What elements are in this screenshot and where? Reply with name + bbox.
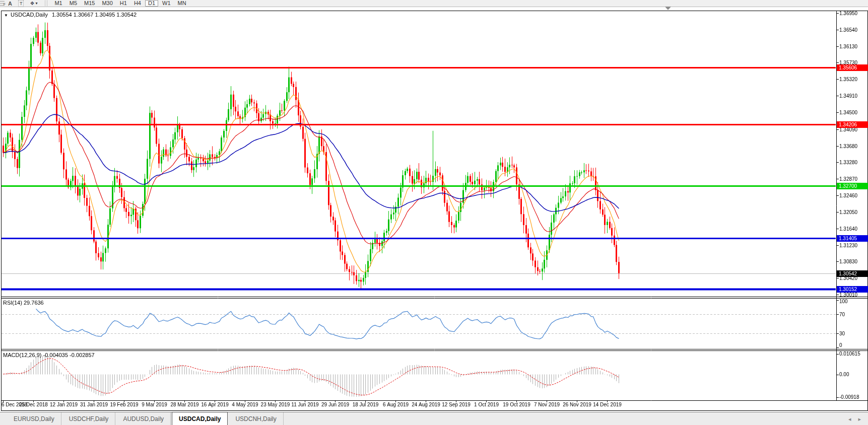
mt4-window: F A T ❖ ▾ M1 M5 M15 M30 H1 H4 D1 W1 MN ▼… [0,0,868,425]
tab-eurusd-daily[interactable]: EURUSD,Daily [7,412,61,425]
tab-audusd-daily[interactable]: AUDUSD,Daily [116,412,171,425]
top-toolbar: F A T ❖ ▾ M1 M5 M15 M30 H1 H4 D1 W1 MN [0,0,868,7]
text-tool-button[interactable]: A [5,1,15,7]
macd-indicator-label: MACD(12,26,9) -0.004035 -0.002857 [3,352,95,358]
arrows-tool-button[interactable]: ❖ ▾ [27,1,40,7]
tab-usdcad-daily[interactable]: USDCAD,Daily [172,412,228,425]
chart-ohlc-values: 1.30554 1.30667 1.30495 1.30542 [52,12,137,18]
text-label-icon: T [18,0,24,7]
symbol-dropdown-icon[interactable]: ▼ [4,13,8,18]
timeframe-d1-button[interactable]: D1 [145,0,158,7]
fibonacci-label: F [4,2,6,8]
rsi-value: 29.7636 [24,300,44,306]
tab-scroll-left-icon[interactable]: ◂ [848,416,851,422]
chart-symbol-label: USDCAD,Daily [11,12,48,18]
text-label-tool-button[interactable]: T [15,1,27,7]
timeframe-m5-button[interactable]: M5 [66,0,80,7]
timeframe-m1-button[interactable]: M1 [51,0,65,7]
fibonacci-tool-button[interactable]: F [0,1,5,7]
tab-usdcnh-daily[interactable]: USDCNH,Daily [229,412,283,425]
tab-scroll-right-icon[interactable]: ▸ [858,416,861,422]
macd-name: MACD(12,26,9) [3,352,41,358]
chart-shift-marker-icon[interactable] [665,7,671,10]
chart-title: ▼USDCAD,Daily1.30554 1.30667 1.30495 1.3… [4,12,137,18]
caret-down-icon: ▾ [35,1,37,7]
tab-scroll-controls: ◂ ▸ [848,412,861,425]
timeframe-h1-button[interactable]: H1 [117,0,130,7]
toolbar-grip[interactable] [45,1,47,6]
macd-signal-value: -0.002857 [70,352,95,358]
arrows-icon: ❖ [30,1,34,7]
tab-usdchf-daily[interactable]: USDCHF,Daily [62,412,116,425]
timeframe-mn-button[interactable]: MN [175,0,189,7]
timeframe-m15-button[interactable]: M15 [81,0,98,7]
chart-canvas[interactable] [0,7,868,412]
rsi-name: RSI(14) [3,300,22,306]
timeframe-m30-button[interactable]: M30 [99,0,115,7]
timeframe-w1-button[interactable]: W1 [159,0,174,7]
rsi-indicator-label: RSI(14) 29.7636 [3,300,44,306]
timeframe-h4-button[interactable]: H4 [131,0,144,7]
macd-main-value: -0.004035 [43,352,68,358]
chart-tab-bar: EURUSD,Daily USDCHF,Daily AUDUSD,Daily U… [0,412,868,425]
